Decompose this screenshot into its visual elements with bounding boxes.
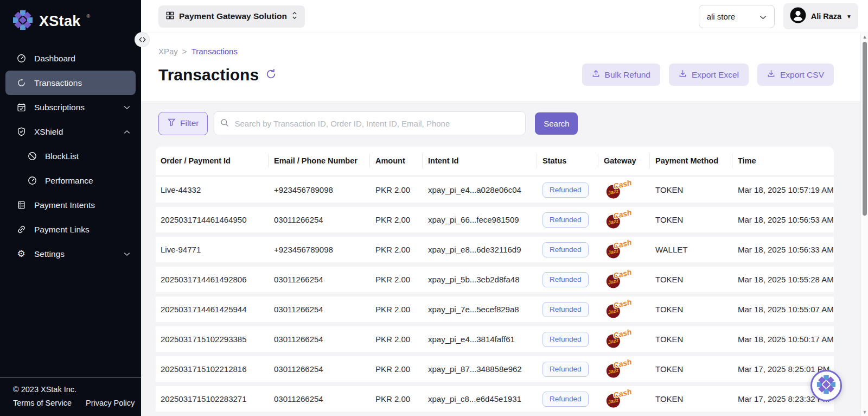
table-row[interactable]: 2025031714461492806 03011266254 PKR 2.00… bbox=[156, 267, 834, 292]
table-header-row: Order / Payment Id Email / Phone Number … bbox=[156, 147, 834, 175]
jazzcash-logo: JazzCash bbox=[603, 357, 635, 380]
order-id: 2025031714461464950 bbox=[161, 215, 274, 224]
sidebar-item-dashboard[interactable]: Dashboard bbox=[0, 46, 141, 71]
payment-method: TOKEN bbox=[655, 305, 738, 314]
gateway-cell: JazzCash bbox=[604, 180, 655, 199]
breadcrumb-separator: > bbox=[182, 47, 187, 56]
bulk-refund-button[interactable]: Bulk Refund bbox=[582, 64, 660, 86]
table-row[interactable]: 2025031715102212816 03011266254 PKR 2.00… bbox=[156, 356, 834, 382]
filter-button[interactable]: Filter bbox=[158, 112, 208, 135]
scrollbar-down-arrow[interactable]: ▼ bbox=[861, 409, 868, 415]
scrollbar-thumb[interactable] bbox=[863, 42, 867, 216]
link-icon bbox=[16, 225, 26, 235]
amount: PKR 2.00 bbox=[375, 275, 428, 284]
gauge-icon bbox=[27, 176, 37, 186]
sidebar-item-label: Subscriptions bbox=[34, 103, 85, 112]
export-excel-button[interactable]: Export Excel bbox=[669, 64, 749, 86]
jazzcash-logo: JazzCash bbox=[603, 178, 635, 201]
sidebar-item-label: Payment Intents bbox=[34, 200, 95, 210]
server-icon bbox=[16, 200, 26, 210]
status-cell: Refunded bbox=[542, 182, 604, 198]
calendar-icon bbox=[16, 103, 26, 112]
time: Mar 18, 2025 10:56:53 AM bbox=[738, 215, 834, 224]
status-cell: Refunded bbox=[542, 332, 604, 347]
column-header-gateway: Gateway bbox=[604, 156, 655, 165]
terms-of-service-link[interactable]: Terms of Service bbox=[13, 399, 72, 407]
copyright-text: © 2023 XStak Inc. bbox=[13, 385, 141, 394]
table-row[interactable]: Live-94771 +923456789098 PKR 2.00 xpay_p… bbox=[156, 237, 834, 262]
amount: PKR 2.00 bbox=[375, 215, 428, 224]
sidebar-item-settings[interactable]: ⚙ Settings bbox=[0, 242, 141, 266]
export-csv-button[interactable]: Export CSV bbox=[757, 64, 834, 86]
breadcrumb-transactions[interactable]: Transactions bbox=[192, 47, 238, 56]
sidebar-item-payment-links[interactable]: Payment Links bbox=[0, 217, 141, 242]
user-name: Ali Raza bbox=[811, 12, 841, 21]
sidebar-item-transactions[interactable]: Transactions bbox=[5, 71, 136, 95]
intent-id: xpay_pi_5b...3eb2d8fa48 bbox=[428, 275, 542, 284]
solution-selector-button[interactable]: Payment Gateway Solution bbox=[158, 5, 305, 28]
chat-widget-button[interactable] bbox=[810, 370, 842, 401]
payment-method: TOKEN bbox=[655, 364, 738, 374]
sidebar-item-label: Performance bbox=[45, 176, 93, 186]
download-icon bbox=[679, 70, 687, 80]
table-row[interactable]: Live-44332 +923456789098 PKR 2.00 xpay_p… bbox=[156, 177, 834, 203]
updown-chevron-icon bbox=[292, 11, 297, 22]
sidebar-item-subscriptions[interactable]: Subscriptions bbox=[0, 95, 141, 119]
email-phone: 03011266254 bbox=[274, 305, 375, 314]
breadcrumb: XPay > Transactions bbox=[141, 33, 868, 56]
status-badge: Refunded bbox=[542, 362, 589, 377]
store-selector-value: ali store bbox=[707, 12, 736, 21]
privacy-policy-link[interactable]: Privacy Policy bbox=[86, 399, 135, 407]
shield-icon bbox=[16, 127, 26, 137]
order-id: 2025031715102212816 bbox=[161, 364, 274, 374]
sidebar-nav: Dashboard Transactions Subscriptions XSh… bbox=[0, 41, 141, 266]
sidebar-item-payment-intents[interactable]: Payment Intents bbox=[0, 193, 141, 217]
gateway-cell: JazzCash bbox=[604, 389, 655, 408]
gateway-cell: JazzCash bbox=[604, 330, 655, 349]
sidebar-item-blocklist[interactable]: BlockList bbox=[0, 144, 141, 168]
chevron-down-icon bbox=[124, 105, 130, 110]
topbar: Payment Gateway Solution ali store Ali R… bbox=[141, 0, 868, 33]
gateway-cell: JazzCash bbox=[604, 360, 655, 379]
order-id: 2025031715102283271 bbox=[161, 394, 274, 404]
table-row[interactable]: 2025031715102293385 03011266254 PKR 2.00… bbox=[156, 326, 834, 352]
gateway-cell: JazzCash bbox=[604, 270, 655, 289]
search-input[interactable] bbox=[214, 111, 526, 135]
sidebar-item-xshield[interactable]: XShield bbox=[0, 119, 141, 144]
gateway-cell: JazzCash bbox=[604, 300, 655, 319]
breadcrumb-xpay[interactable]: XPay bbox=[158, 47, 178, 56]
refresh-button[interactable] bbox=[265, 68, 277, 81]
page-header: XPay > Transactions Transactions Bulk Re… bbox=[141, 33, 868, 101]
jazzcash-logo: JazzCash bbox=[603, 297, 635, 320]
column-header-intent: Intent Id bbox=[428, 156, 542, 165]
order-id: Live-94771 bbox=[161, 245, 274, 254]
status-cell: Refunded bbox=[542, 242, 604, 257]
table-row[interactable]: 2025031715102283271 03011266254 PKR 2.00… bbox=[156, 386, 834, 412]
amount: PKR 2.00 bbox=[375, 305, 428, 314]
status-cell: Refunded bbox=[542, 272, 604, 287]
payment-method: TOKEN bbox=[655, 275, 738, 284]
table-row[interactable]: 2025031714461464950 03011266254 PKR 2.00… bbox=[156, 207, 834, 232]
column-header-order: Order / Payment Id bbox=[161, 156, 274, 165]
funnel-icon bbox=[168, 118, 176, 129]
column-header-time: Time bbox=[738, 156, 834, 165]
scrollbar-track[interactable]: ▲ ▼ bbox=[860, 33, 868, 416]
search-button[interactable]: Search bbox=[535, 112, 578, 135]
sidebar-item-label: Payment Links bbox=[34, 225, 90, 235]
sidebar-collapse-toggle[interactable] bbox=[135, 33, 149, 47]
sidebar-footer: © 2023 XStak Inc. Terms of Service Priva… bbox=[0, 377, 141, 416]
amount: PKR 2.00 bbox=[375, 335, 428, 344]
column-header-method: Payment Method bbox=[655, 156, 738, 165]
scrollbar-up-arrow[interactable]: ▲ bbox=[861, 34, 868, 40]
upload-icon bbox=[592, 70, 600, 80]
user-menu[interactable]: Ali Raza ▼ bbox=[783, 3, 858, 29]
payment-method: TOKEN bbox=[655, 215, 738, 224]
table-row[interactable]: 2025031714461425944 03011266254 PKR 2.00… bbox=[156, 297, 834, 322]
store-selector[interactable]: ali store bbox=[699, 5, 775, 28]
sidebar-item-performance[interactable]: Performance bbox=[0, 168, 141, 193]
search-icon bbox=[220, 118, 229, 129]
brand-logo: XStak ® bbox=[0, 0, 141, 41]
intent-id: xpay_pi_66...fece981509 bbox=[428, 215, 542, 224]
order-id: Live-44332 bbox=[161, 185, 274, 194]
payment-method: WALLET bbox=[655, 245, 738, 254]
